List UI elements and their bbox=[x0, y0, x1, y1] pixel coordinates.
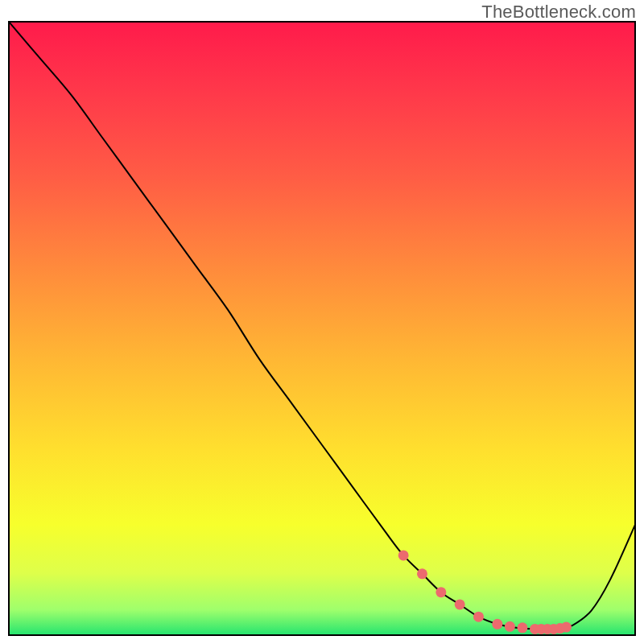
chart-svg bbox=[0, 0, 644, 644]
marker-dot bbox=[492, 619, 502, 630]
marker-dot bbox=[455, 599, 465, 609]
marker-dot bbox=[561, 622, 572, 633]
marker-dot bbox=[436, 587, 446, 597]
marker-dot bbox=[398, 550, 409, 560]
marker-dot bbox=[473, 612, 484, 622]
marker-dot bbox=[505, 621, 515, 632]
marker-dot bbox=[417, 568, 427, 579]
marker-dot bbox=[517, 622, 527, 633]
chart-stage: TheBottleneck.com bbox=[0, 0, 644, 644]
gradient-background bbox=[10, 23, 634, 634]
